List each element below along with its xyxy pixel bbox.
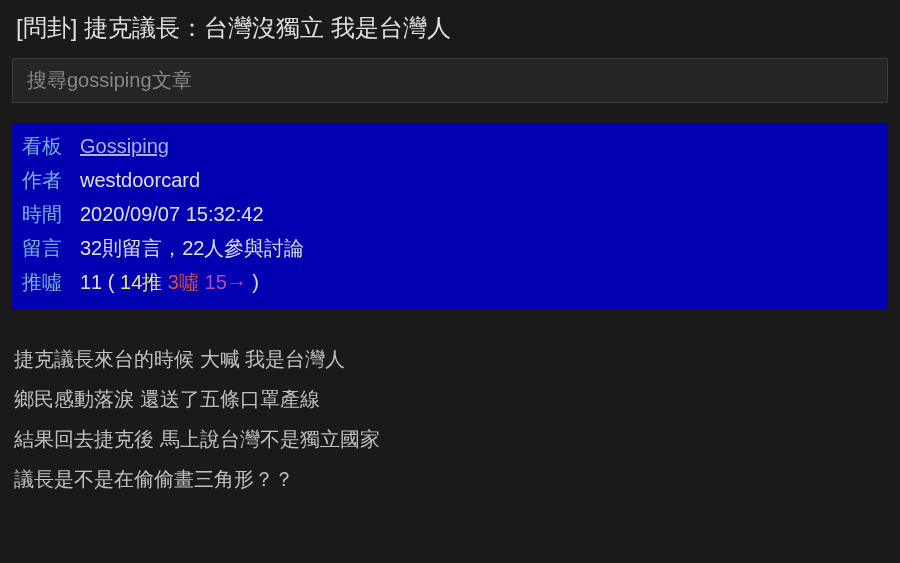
content-line: 結果回去捷克後 馬上說台灣不是獨立國家 (14, 419, 886, 459)
post-title: [問卦] 捷克議長：台灣沒獨立 我是台灣人 (0, 0, 900, 58)
meta-time-value: 2020/09/07 15:32:42 (80, 199, 264, 229)
arrow-count: 15→ (205, 271, 247, 293)
content-line: 議長是不是在偷偷畫三角形？？ (14, 459, 886, 499)
meta-comments-label: 留言 (22, 233, 80, 263)
meta-pushboo-value: 11 ( 14推 3噓 15→ ) (80, 267, 259, 297)
pushboo-open: ( (102, 271, 120, 293)
meta-time-row: 時間 2020/09/07 15:32:42 (12, 197, 888, 231)
pushboo-net: 11 (80, 271, 102, 293)
pushboo-close: ) (247, 271, 259, 293)
search-input[interactable] (12, 58, 888, 103)
meta-board-row: 看板 Gossiping (12, 129, 888, 163)
meta-pushboo-label: 推噓 (22, 267, 80, 297)
meta-author-row: 作者 westdoorcard (12, 163, 888, 197)
push-count: 14推 (120, 271, 162, 293)
board-link[interactable]: Gossiping (80, 131, 169, 161)
meta-author-label: 作者 (22, 165, 80, 195)
meta-author-value: westdoorcard (80, 165, 200, 195)
post-metadata: 看板 Gossiping 作者 westdoorcard 時間 2020/09/… (12, 123, 888, 309)
boo-count: 3噓 (168, 271, 199, 293)
meta-board-label: 看板 (22, 131, 80, 161)
content-line: 捷克議長來台的時候 大喊 我是台灣人 (14, 339, 886, 379)
search-container (0, 58, 900, 113)
meta-time-label: 時間 (22, 199, 80, 229)
content-line: 鄉民感動落淚 還送了五條口罩產線 (14, 379, 886, 419)
meta-pushboo-row: 推噓 11 ( 14推 3噓 15→ ) (12, 265, 888, 299)
meta-comments-value: 32則留言，22人參與討論 (80, 233, 305, 263)
post-content: 捷克議長來台的時候 大喊 我是台灣人 鄉民感動落淚 還送了五條口罩產線 結果回去… (0, 309, 900, 499)
meta-comments-row: 留言 32則留言，22人參與討論 (12, 231, 888, 265)
